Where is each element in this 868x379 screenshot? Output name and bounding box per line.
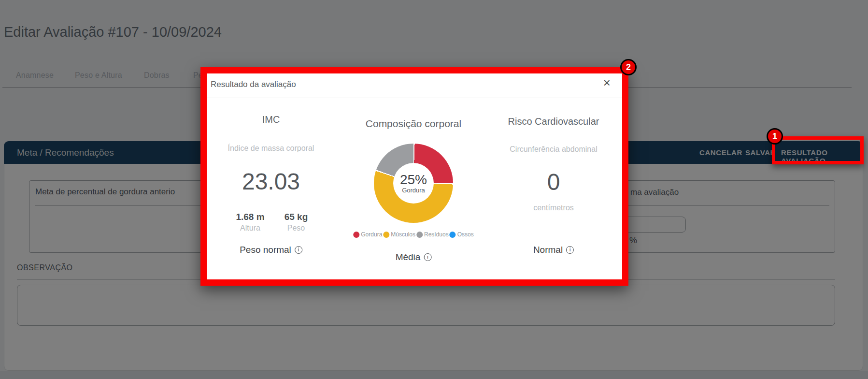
imc-status-text: Peso normal — [240, 245, 291, 255]
donut-center-label: Gordura — [402, 187, 425, 194]
composition-status-text: Média — [396, 252, 421, 262]
cardio-value: 0 — [547, 171, 560, 194]
legend-label: Resíduos — [424, 231, 449, 238]
ossos-dot-icon — [450, 232, 456, 238]
imc-status: Peso normal i — [240, 245, 302, 255]
legend-item-residuos[interactable]: Resíduos — [416, 231, 449, 238]
donut-chart: 25% Gordura — [374, 144, 453, 223]
annotation-badge-1: 1 — [767, 128, 783, 145]
legend-item-ossos[interactable]: Ossos — [450, 231, 474, 238]
donut-center-value: 25% — [400, 173, 427, 187]
annotation-badge-2: 2 — [620, 59, 637, 75]
imc-value: 23.03 — [242, 170, 300, 193]
info-icon[interactable]: i — [424, 253, 431, 261]
composition-status: Média i — [396, 252, 432, 262]
close-icon[interactable]: × — [603, 76, 611, 89]
annotation-highlight-result-button — [772, 136, 864, 164]
cardio-status-text: Normal — [533, 245, 563, 255]
info-icon[interactable]: i — [295, 246, 302, 254]
info-icon[interactable]: i — [566, 246, 574, 254]
cardio-status: Normal i — [533, 245, 574, 255]
legend-item-musculos[interactable]: Músculos — [383, 231, 415, 238]
legend-label: Ossos — [457, 231, 474, 238]
resultado-modal: Resultado da avaliação × IMC Índice de m… — [200, 67, 628, 286]
height-label: Altura — [240, 224, 260, 233]
legend-item-gordura[interactable]: Gordura — [353, 231, 382, 238]
donut-hole: 25% Gordura — [393, 163, 434, 204]
weight-value: 65 kg — [285, 212, 308, 222]
imc-subtitle: Índice de massa corporal — [228, 144, 314, 153]
cardio-heading: Risco Cardiovascular — [508, 116, 599, 127]
musculos-dot-icon — [383, 232, 389, 238]
legend-label: Gordura — [361, 231, 382, 238]
modal-title: Resultado da avaliação — [211, 80, 296, 89]
cardio-unit: centímetros — [533, 204, 574, 212]
weight-label: Peso — [287, 224, 305, 233]
imc-heading: IMC — [262, 114, 280, 125]
donut-legend: Gordura Músculos Resíduos Ossos — [353, 231, 473, 238]
residuos-dot-icon — [416, 232, 423, 238]
modal-divider — [207, 98, 622, 98]
cardio-subtitle: Circunferência abdominal — [510, 145, 597, 154]
gordura-dot-icon — [353, 232, 359, 238]
height-value: 1.68 m — [236, 212, 264, 222]
legend-label: Músculos — [391, 231, 415, 238]
composition-heading: Composição corporal — [366, 118, 461, 130]
screen: Editar Avaliação #107 - 10/09/2024 Anamn… — [0, 0, 868, 379]
